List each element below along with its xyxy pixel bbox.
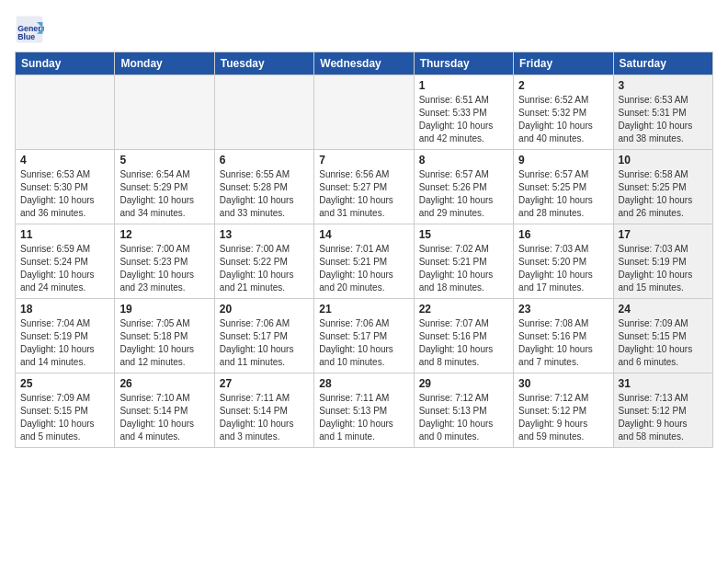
- day-info: Sunrise: 7:07 AM Sunset: 5:16 PM Dayligh…: [419, 318, 494, 367]
- day-info: Sunrise: 6:59 AM Sunset: 5:24 PM Dayligh…: [20, 244, 95, 293]
- calendar-cell: 14Sunrise: 7:01 AM Sunset: 5:21 PM Dayli…: [314, 224, 414, 299]
- calendar-cell: 20Sunrise: 7:06 AM Sunset: 5:17 PM Dayli…: [214, 299, 313, 373]
- day-number: 30: [518, 377, 608, 390]
- calendar-cell: 9Sunrise: 6:57 AM Sunset: 5:25 PM Daylig…: [514, 150, 613, 224]
- day-header-tuesday: Tuesday: [214, 52, 313, 75]
- day-number: 12: [119, 228, 209, 241]
- day-info: Sunrise: 7:12 AM Sunset: 5:13 PM Dayligh…: [419, 393, 494, 442]
- week-row-5: 25Sunrise: 7:09 AM Sunset: 5:15 PM Dayli…: [16, 373, 713, 448]
- day-info: Sunrise: 6:55 AM Sunset: 5:28 PM Dayligh…: [220, 169, 294, 218]
- calendar-cell: 7Sunrise: 6:56 AM Sunset: 5:27 PM Daylig…: [314, 150, 414, 224]
- day-number: 20: [220, 303, 309, 316]
- day-info: Sunrise: 7:12 AM Sunset: 5:12 PM Dayligh…: [518, 393, 588, 442]
- calendar-cell: 13Sunrise: 7:00 AM Sunset: 5:22 PM Dayli…: [214, 224, 313, 299]
- calendar-cell: 30Sunrise: 7:12 AM Sunset: 5:12 PM Dayli…: [514, 373, 613, 448]
- day-number: 25: [20, 377, 109, 390]
- header: General Blue: [15, 15, 713, 44]
- day-info: Sunrise: 6:51 AM Sunset: 5:33 PM Dayligh…: [419, 95, 494, 144]
- day-header-sunday: Sunday: [16, 52, 115, 75]
- calendar-cell: 1Sunrise: 6:51 AM Sunset: 5:33 PM Daylig…: [414, 75, 513, 150]
- day-number: 5: [119, 154, 209, 167]
- calendar-cell: 28Sunrise: 7:11 AM Sunset: 5:13 PM Dayli…: [314, 373, 414, 448]
- day-info: Sunrise: 7:10 AM Sunset: 5:14 PM Dayligh…: [119, 393, 194, 442]
- day-number: 3: [619, 79, 708, 92]
- day-number: 4: [20, 154, 109, 167]
- calendar-table: SundayMondayTuesdayWednesdayThursdayFrid…: [15, 52, 713, 448]
- day-number: 18: [20, 303, 109, 316]
- day-info: Sunrise: 7:09 AM Sunset: 5:15 PM Dayligh…: [619, 318, 693, 367]
- day-info: Sunrise: 7:00 AM Sunset: 5:23 PM Dayligh…: [119, 244, 194, 293]
- calendar-cell: 16Sunrise: 7:03 AM Sunset: 5:20 PM Dayli…: [514, 224, 613, 299]
- calendar-cell: 15Sunrise: 7:02 AM Sunset: 5:21 PM Dayli…: [414, 224, 513, 299]
- day-info: Sunrise: 6:54 AM Sunset: 5:29 PM Dayligh…: [119, 169, 194, 218]
- day-info: Sunrise: 7:01 AM Sunset: 5:21 PM Dayligh…: [319, 244, 393, 293]
- calendar-cell: [314, 75, 414, 150]
- calendar-cell: 23Sunrise: 7:08 AM Sunset: 5:16 PM Dayli…: [514, 299, 613, 373]
- day-number: 28: [319, 377, 408, 390]
- calendar-body: 1Sunrise: 6:51 AM Sunset: 5:33 PM Daylig…: [16, 75, 713, 448]
- calendar-header: SundayMondayTuesdayWednesdayThursdayFrid…: [16, 52, 713, 75]
- day-number: 10: [619, 154, 708, 167]
- calendar-cell: 26Sunrise: 7:10 AM Sunset: 5:14 PM Dayli…: [115, 373, 214, 448]
- week-row-1: 1Sunrise: 6:51 AM Sunset: 5:33 PM Daylig…: [16, 75, 713, 150]
- day-number: 15: [419, 228, 508, 241]
- day-number: 13: [220, 228, 309, 241]
- day-info: Sunrise: 7:00 AM Sunset: 5:22 PM Dayligh…: [220, 244, 294, 293]
- day-number: 29: [419, 377, 508, 390]
- week-row-4: 18Sunrise: 7:04 AM Sunset: 5:19 PM Dayli…: [16, 299, 713, 373]
- calendar-cell: 5Sunrise: 6:54 AM Sunset: 5:29 PM Daylig…: [115, 150, 214, 224]
- logo: General Blue: [15, 15, 48, 44]
- day-info: Sunrise: 6:53 AM Sunset: 5:31 PM Dayligh…: [619, 95, 693, 144]
- day-number: 1: [419, 79, 508, 92]
- day-info: Sunrise: 7:03 AM Sunset: 5:19 PM Dayligh…: [619, 244, 693, 293]
- day-number: 31: [619, 377, 708, 390]
- day-number: 7: [319, 154, 408, 167]
- day-info: Sunrise: 6:52 AM Sunset: 5:32 PM Dayligh…: [518, 95, 593, 144]
- calendar-cell: [115, 75, 214, 150]
- day-info: Sunrise: 7:06 AM Sunset: 5:17 PM Dayligh…: [319, 318, 393, 367]
- day-number: 27: [220, 377, 309, 390]
- svg-text:Blue: Blue: [17, 32, 35, 41]
- day-header-monday: Monday: [115, 52, 214, 75]
- day-header-saturday: Saturday: [613, 52, 712, 75]
- calendar-cell: 17Sunrise: 7:03 AM Sunset: 5:19 PM Dayli…: [613, 224, 712, 299]
- day-info: Sunrise: 7:11 AM Sunset: 5:13 PM Dayligh…: [319, 393, 393, 442]
- day-info: Sunrise: 7:05 AM Sunset: 5:18 PM Dayligh…: [119, 318, 194, 367]
- calendar-cell: 6Sunrise: 6:55 AM Sunset: 5:28 PM Daylig…: [214, 150, 313, 224]
- calendar-cell: 27Sunrise: 7:11 AM Sunset: 5:14 PM Dayli…: [214, 373, 313, 448]
- day-header-wednesday: Wednesday: [314, 52, 414, 75]
- day-number: 2: [518, 79, 608, 92]
- calendar-cell: 2Sunrise: 6:52 AM Sunset: 5:32 PM Daylig…: [514, 75, 613, 150]
- calendar-cell: 8Sunrise: 6:57 AM Sunset: 5:26 PM Daylig…: [414, 150, 513, 224]
- day-info: Sunrise: 6:56 AM Sunset: 5:27 PM Dayligh…: [319, 169, 393, 218]
- day-info: Sunrise: 7:06 AM Sunset: 5:17 PM Dayligh…: [220, 318, 294, 367]
- calendar-cell: 31Sunrise: 7:13 AM Sunset: 5:12 PM Dayli…: [613, 373, 712, 448]
- calendar-cell: 29Sunrise: 7:12 AM Sunset: 5:13 PM Dayli…: [414, 373, 513, 448]
- day-number: 14: [319, 228, 408, 241]
- header-row: SundayMondayTuesdayWednesdayThursdayFrid…: [16, 52, 713, 75]
- week-row-3: 11Sunrise: 6:59 AM Sunset: 5:24 PM Dayli…: [16, 224, 713, 299]
- day-number: 11: [20, 228, 109, 241]
- day-number: 26: [119, 377, 209, 390]
- logo-icon: General Blue: [15, 15, 44, 44]
- day-number: 21: [319, 303, 408, 316]
- day-info: Sunrise: 7:08 AM Sunset: 5:16 PM Dayligh…: [518, 318, 593, 367]
- calendar-cell: 4Sunrise: 6:53 AM Sunset: 5:30 PM Daylig…: [16, 150, 115, 224]
- day-info: Sunrise: 6:53 AM Sunset: 5:30 PM Dayligh…: [20, 169, 95, 218]
- day-info: Sunrise: 7:03 AM Sunset: 5:20 PM Dayligh…: [518, 244, 593, 293]
- day-number: 22: [419, 303, 508, 316]
- day-info: Sunrise: 6:57 AM Sunset: 5:25 PM Dayligh…: [518, 169, 593, 218]
- day-number: 24: [619, 303, 708, 316]
- day-number: 19: [119, 303, 209, 316]
- calendar-cell: [214, 75, 313, 150]
- day-info: Sunrise: 7:09 AM Sunset: 5:15 PM Dayligh…: [20, 393, 95, 442]
- day-number: 8: [419, 154, 508, 167]
- calendar-cell: 22Sunrise: 7:07 AM Sunset: 5:16 PM Dayli…: [414, 299, 513, 373]
- calendar-cell: 10Sunrise: 6:58 AM Sunset: 5:25 PM Dayli…: [613, 150, 712, 224]
- day-info: Sunrise: 6:57 AM Sunset: 5:26 PM Dayligh…: [419, 169, 494, 218]
- calendar-cell: 19Sunrise: 7:05 AM Sunset: 5:18 PM Dayli…: [115, 299, 214, 373]
- calendar-cell: 12Sunrise: 7:00 AM Sunset: 5:23 PM Dayli…: [115, 224, 214, 299]
- day-info: Sunrise: 7:04 AM Sunset: 5:19 PM Dayligh…: [20, 318, 95, 367]
- day-info: Sunrise: 7:11 AM Sunset: 5:14 PM Dayligh…: [220, 393, 294, 442]
- day-number: 17: [619, 228, 708, 241]
